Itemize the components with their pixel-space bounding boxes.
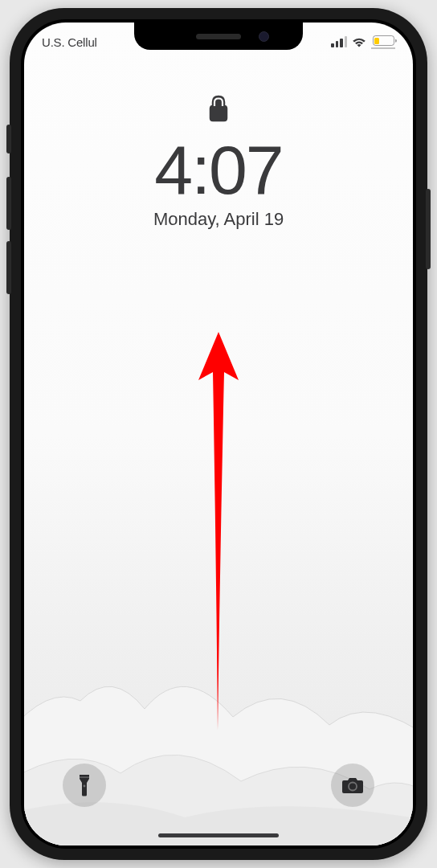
speaker — [196, 34, 241, 39]
wallpaper-mountains — [24, 620, 413, 845]
mute-switch[interactable] — [6, 125, 11, 154]
flashlight-button[interactable] — [63, 764, 106, 807]
svg-rect-0 — [210, 106, 227, 121]
swipe-up-arrow-annotation — [190, 328, 247, 738]
wifi-icon — [352, 37, 366, 47]
signal-icon — [331, 36, 347, 47]
power-button[interactable] — [426, 189, 431, 269]
battery-icon — [371, 35, 395, 49]
carrier-label: U.S. Cellul — [42, 35, 97, 49]
camera-icon — [341, 776, 364, 794]
camera-button[interactable] — [331, 764, 374, 807]
volume-down-button[interactable] — [6, 241, 11, 294]
lock-content: 4:07 Monday, April 19 — [24, 95, 413, 230]
time-label: 4:07 — [154, 135, 282, 204]
flashlight-icon — [79, 774, 90, 796]
svg-rect-1 — [80, 777, 89, 778]
lock-icon — [209, 95, 228, 125]
quick-actions — [24, 764, 413, 807]
front-camera — [259, 31, 269, 42]
volume-up-button[interactable] — [6, 177, 11, 230]
phone-bezel: U.S. Cellul — [21, 19, 416, 849]
phone-frame: U.S. Cellul — [10, 8, 427, 860]
home-indicator[interactable] — [158, 833, 279, 837]
lock-screen[interactable]: U.S. Cellul — [24, 23, 413, 845]
notch — [134, 23, 303, 50]
status-right — [331, 35, 395, 49]
svg-point-2 — [84, 785, 86, 788]
date-label: Monday, April 19 — [153, 209, 284, 230]
